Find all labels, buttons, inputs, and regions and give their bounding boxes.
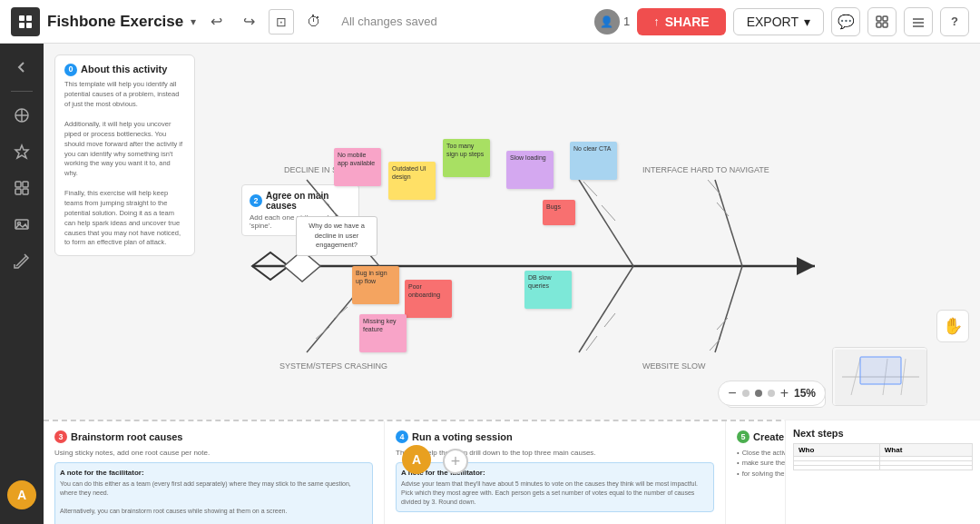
title-chevron-icon[interactable]: ▾ [191,15,196,28]
sidebar: A [0,44,44,524]
svg-line-35 [316,327,329,339]
svg-rect-49 [860,357,901,384]
svg-marker-23 [797,257,815,275]
undo-button[interactable]: ↩ [203,9,229,35]
panel-voting: 4 Run a voting session This will help th… [385,421,726,524]
next-steps-title: Next steps [793,428,973,439]
help-button[interactable]: ? [940,7,969,36]
activity-panel: 0 About this activity This template will… [54,54,195,256]
sticky-3[interactable]: Too many sign up steps [443,139,490,177]
facilitator-note-brainstorm: A note for the facilitator: You can do t… [54,462,373,524]
svg-rect-18 [23,189,28,194]
brainstorm-title: 3 Brainstorm root causes [54,430,373,443]
svg-rect-6 [877,23,881,27]
redo-button[interactable]: ↪ [236,9,261,35]
toolbar-right: 👤 1 ↑ SHARE EXPORT ▾ 💬 ? [594,7,969,36]
comments-button[interactable]: 💬 [831,7,860,36]
facilitator-note-voting: A note for the facilitator: Advise your … [396,462,714,512]
svg-rect-15 [15,182,21,187]
sidebar-item-image[interactable] [5,208,38,241]
svg-line-39 [604,313,615,327]
document-title: Fishbone Exercise [47,13,183,31]
action-badge: 5 [737,430,750,443]
hand-tool-button[interactable]: ✋ [936,310,969,342]
facilitator-body-1: You can do this either as a team (every … [60,480,368,524]
zoom-level-display: 15% [794,387,816,400]
voting-badge: 4 [396,430,408,443]
save-status: All changes saved [341,15,437,28]
sticky-red-spine[interactable]: Bugs [543,200,575,225]
app-icon [11,7,40,36]
sticky-1[interactable]: No mobile app available [334,148,381,186]
activity-button[interactable] [867,7,897,36]
activity-panel-title: 0 About this activity [64,63,185,76]
next-steps-table: Who What [793,443,973,470]
svg-line-40 [715,266,742,352]
sticky-2[interactable]: Outdated UI design [388,162,436,200]
sidebar-item-draw[interactable] [5,244,38,277]
sidebar-item-grid[interactable] [5,172,38,204]
activity-panel-body: This template will help you identify all… [64,80,185,248]
sticky-7[interactable]: Poor onboarding [405,280,452,318]
svg-rect-3 [26,23,32,28]
facilitator-body-2: Advise your team that they'll have about… [401,480,709,506]
svg-line-37 [579,266,633,352]
svg-rect-16 [23,182,28,187]
problem-diamond-text: Why do we have a decline in user engagem… [296,216,377,256]
svg-rect-7 [883,23,887,27]
timer-button[interactable]: ⏱ [301,9,327,35]
canvas-avatar-voting: A [402,445,431,474]
svg-line-28 [579,180,633,266]
zoom-dot [742,390,750,397]
add-voting-button[interactable]: + [443,449,468,474]
sidebar-bottom: A [7,480,36,517]
next-steps-col-what: What [879,444,972,457]
facilitator-label-1: A note for the facilitator: [60,468,368,478]
zoom-dot-2 [755,390,762,397]
zoom-out-button[interactable]: − [728,385,736,401]
sticky-8[interactable]: DB slow queries [524,271,572,309]
svg-rect-17 [15,189,21,194]
svg-line-36 [334,307,348,319]
sidebar-divider-1 [11,91,33,92]
toolbar-left: Fishbone Exercise ▾ ↩ ↪ ⊡ ⏱ All changes … [11,7,587,36]
share-button[interactable]: ↑ SHARE [637,8,726,35]
label-interface-hard: INTERFACE HARD TO NAVIGATE [642,165,769,174]
sidebar-item-back[interactable] [5,51,38,84]
sticky-5[interactable]: No clear CTA [570,142,617,180]
export-chevron-icon: ▾ [804,15,810,29]
canvas-area[interactable]: 0 About this activity This template will… [44,44,980,524]
user-avatar: 👤 [594,9,620,35]
panel-brainstorm: 3 Brainstorm root causes Using sticky no… [44,421,385,524]
sidebar-item-favorites[interactable] [5,135,38,168]
frame-button[interactable]: ⊡ [269,9,294,35]
activity-badge: 0 [64,64,77,76]
user-presence: 👤 1 [594,9,630,35]
sticky-9[interactable]: Missing key feature [359,314,407,352]
sidebar-user-avatar[interactable]: A [7,480,36,509]
grid-view-button[interactable] [904,7,933,36]
svg-rect-1 [26,15,32,21]
voting-title: 4 Run a voting session [396,430,714,443]
sticky-4[interactable]: Slow loading [506,151,554,189]
svg-line-26 [316,193,329,205]
next-steps-col-who: Who [794,444,880,457]
sidebar-item-templates[interactable] [5,99,38,132]
mini-map-inner [833,348,926,405]
svg-marker-14 [15,145,28,158]
svg-line-41 [710,339,720,351]
brainstorm-body: Using sticky notes, add one root cause p… [54,448,373,458]
next-steps-row-3 [794,466,973,470]
brainstorm-badge: 3 [54,430,67,443]
main-layout: A 0 About this activity This template wi… [0,44,980,524]
export-button[interactable]: EXPORT ▾ [733,8,824,35]
user-count: 1 [623,15,630,28]
svg-rect-2 [19,23,24,28]
svg-line-29 [583,182,597,196]
mini-map[interactable] [832,347,927,406]
zoom-in-button[interactable]: + [780,385,789,401]
label-website-slow: WEBSITE SLOW [642,361,706,371]
sticky-6[interactable]: Bug in sign up flow [352,266,399,304]
toolbar: Fishbone Exercise ▾ ↩ ↪ ⊡ ⏱ All changes … [0,0,980,44]
svg-rect-4 [877,16,881,21]
